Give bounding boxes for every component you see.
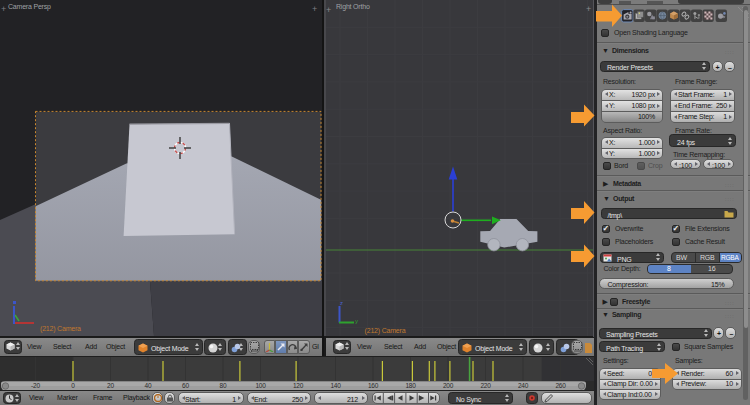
- svg-text:(212) Camera: (212) Camera: [40, 325, 81, 333]
- svg-text:180: 180: [405, 382, 416, 389]
- svg-text:220: 220: [480, 382, 491, 389]
- svg-text:260: 260: [555, 382, 566, 389]
- svg-text:Right Ortho: Right Ortho: [336, 3, 370, 11]
- svg-text:160: 160: [368, 382, 379, 389]
- svg-text:120: 120: [293, 382, 304, 389]
- svg-text:240: 240: [518, 382, 529, 389]
- svg-text:y: y: [355, 318, 358, 324]
- svg-text:40: 40: [145, 382, 152, 389]
- svg-text:z: z: [340, 300, 343, 306]
- svg-text:80: 80: [220, 382, 227, 389]
- svg-text:-20: -20: [31, 382, 40, 389]
- svg-text:+: +: [312, 4, 317, 14]
- svg-text:20: 20: [107, 382, 114, 389]
- svg-text:140: 140: [330, 382, 341, 389]
- svg-text:(212) Camera: (212) Camera: [365, 327, 406, 335]
- svg-text:+: +: [1, 4, 6, 14]
- svg-text:200: 200: [443, 382, 454, 389]
- svg-text:60: 60: [182, 382, 189, 389]
- svg-text:Camera Persp: Camera Persp: [8, 3, 51, 11]
- svg-text:100: 100: [255, 382, 266, 389]
- svg-text:+: +: [326, 5, 331, 15]
- svg-text:+: +: [586, 4, 591, 14]
- svg-text:0: 0: [71, 382, 75, 389]
